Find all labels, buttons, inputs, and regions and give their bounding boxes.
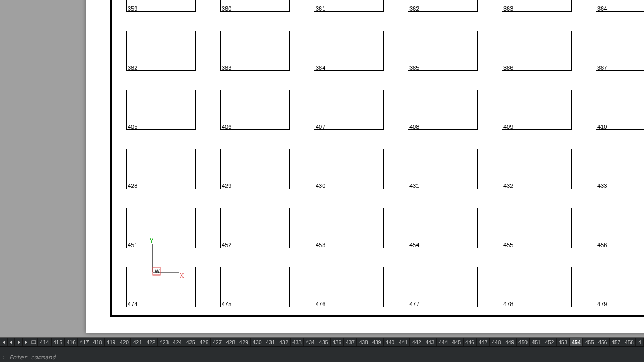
layout-cell[interactable]: 428: [126, 149, 196, 189]
command-line[interactable]: : Enter command: [0, 354, 644, 362]
layout-tab[interactable]: 456: [596, 338, 610, 346]
layout-cell[interactable]: 364: [596, 0, 644, 12]
layout-tab[interactable]: 420: [118, 338, 131, 346]
layout-tab[interactable]: 437: [344, 338, 357, 346]
layout-cell[interactable]: 432: [502, 149, 572, 189]
layout-tab[interactable]: 431: [264, 338, 277, 346]
layout-tab[interactable]: 449: [503, 338, 517, 346]
layout-tab[interactable]: 4: [636, 338, 643, 346]
layout-tab[interactable]: 451: [530, 338, 543, 346]
layout-cell[interactable]: 382: [126, 31, 196, 71]
layout-cell[interactable]: 431: [408, 149, 478, 189]
layout-tab[interactable]: 445: [450, 338, 464, 346]
layout-tab[interactable]: 453: [557, 338, 570, 346]
tab-prev-button[interactable]: [8, 338, 15, 346]
layout-cell[interactable]: 387: [596, 31, 644, 71]
layout-tab[interactable]: 457: [610, 338, 623, 346]
layout-tab[interactable]: 427: [211, 338, 224, 346]
layout-tab[interactable]: 417: [78, 338, 91, 346]
layout-cell[interactable]: 361: [314, 0, 384, 12]
layout-tab[interactable]: 436: [331, 338, 344, 346]
layout-tab[interactable]: 423: [158, 338, 171, 346]
layout-tab[interactable]: 440: [384, 338, 397, 346]
layout-cell[interactable]: 454: [408, 208, 478, 248]
layout-cell[interactable]: 409: [502, 90, 572, 130]
layout-cell[interactable]: 386: [502, 31, 572, 71]
layout-tab[interactable]: 429: [237, 338, 251, 346]
layout-tab[interactable]: 415: [52, 338, 65, 346]
layout-cell[interactable]: 429: [220, 149, 290, 189]
layout-tab[interactable]: 419: [105, 338, 118, 346]
layout-cell-label: 407: [316, 124, 325, 130]
layout-tab[interactable]: 458: [623, 338, 636, 346]
layout-cell[interactable]: 455: [502, 208, 572, 248]
layout-cell-label: 455: [503, 242, 513, 248]
layout-tab[interactable]: 446: [464, 338, 477, 346]
layout-cell[interactable]: 451: [126, 208, 196, 248]
layout-cell-label: 384: [316, 64, 325, 71]
layout-cell[interactable]: 359: [126, 0, 196, 12]
layout-cell[interactable]: 385: [408, 31, 478, 71]
layout-cell[interactable]: 384: [314, 31, 384, 71]
layout-tab[interactable]: 426: [197, 338, 211, 346]
layout-tab[interactable]: 447: [477, 338, 490, 346]
layout-cell[interactable]: 410: [596, 90, 644, 130]
layout-tab[interactable]: 416: [65, 338, 78, 346]
layout-cell[interactable]: 433: [596, 149, 644, 189]
layout-cell[interactable]: 405: [126, 90, 196, 130]
layout-tab[interactable]: 441: [397, 338, 411, 346]
layout-cell[interactable]: 360: [220, 0, 290, 12]
layout-cell-label: 451: [128, 242, 137, 248]
layout-cell[interactable]: 477: [408, 267, 478, 307]
layout-cell[interactable]: 476: [314, 267, 384, 307]
tab-last-button[interactable]: [23, 338, 30, 346]
layout-tab[interactable]: 448: [490, 338, 503, 346]
layout-cell[interactable]: 363: [502, 0, 572, 12]
layout-tab[interactable]: 434: [304, 338, 317, 346]
layout-tab[interactable]: 424: [171, 338, 185, 346]
layout-tab[interactable]: 452: [543, 338, 557, 346]
layout-tab[interactable]: 421: [131, 338, 144, 346]
layout-tab[interactable]: 442: [410, 338, 423, 346]
layout-tab[interactable]: 414: [38, 338, 52, 346]
layout-tab[interactable]: 454: [570, 338, 583, 346]
layout-cell[interactable]: 408: [408, 90, 478, 130]
layout-tab[interactable]: 450: [517, 338, 530, 346]
layout-tab[interactable]: 430: [251, 338, 264, 346]
layout-cell-label: 431: [409, 183, 419, 189]
layout-cell[interactable]: 406: [220, 90, 290, 130]
layout-cell[interactable]: 475: [220, 267, 290, 307]
layout-cell[interactable]: 474: [126, 267, 196, 307]
tab-first-button[interactable]: [0, 338, 8, 346]
layout-tab[interactable]: 425: [184, 338, 197, 346]
layout-cell[interactable]: 383: [220, 31, 290, 71]
layout-tab[interactable]: 435: [317, 338, 331, 346]
layout-cell[interactable]: 456: [596, 208, 644, 248]
layout-cell-label: 382: [128, 64, 137, 71]
layout-cell[interactable]: 452: [220, 208, 290, 248]
layout-tab[interactable]: 418: [91, 338, 105, 346]
layout-cell-label: 428: [128, 183, 137, 189]
layout-cell[interactable]: 407: [314, 90, 384, 130]
layout-tab[interactable]: 443: [423, 338, 437, 346]
layout-viewport[interactable]: 3593603613623633643653823833843853863873…: [110, 0, 644, 317]
layout-tab[interactable]: 428: [224, 338, 238, 346]
layout-tab[interactable]: 455: [583, 338, 596, 346]
layout-tab[interactable]: 444: [437, 338, 450, 346]
layout-cell[interactable]: 453: [314, 208, 384, 248]
layout-cell[interactable]: 478: [502, 267, 572, 307]
tab-model-button[interactable]: [30, 338, 38, 346]
layout-tab[interactable]: 438: [357, 338, 370, 346]
layout-cell-label: 474: [128, 301, 137, 307]
layout-tab[interactable]: 432: [277, 338, 291, 346]
tab-next-button[interactable]: [15, 338, 23, 346]
command-placeholder: Enter command: [9, 354, 55, 361]
layout-cell[interactable]: 362: [408, 0, 478, 12]
layout-tab[interactable]: 422: [144, 338, 158, 346]
layout-cell[interactable]: 430: [314, 149, 384, 189]
layout-tab[interactable]: 433: [291, 338, 304, 346]
layout-cell[interactable]: 479: [596, 267, 644, 307]
drawing-workspace[interactable]: 3593603613623633643653823833843853863873…: [0, 0, 644, 337]
layout-tab[interactable]: 439: [370, 338, 384, 346]
layout-cell-label: 385: [409, 64, 419, 71]
